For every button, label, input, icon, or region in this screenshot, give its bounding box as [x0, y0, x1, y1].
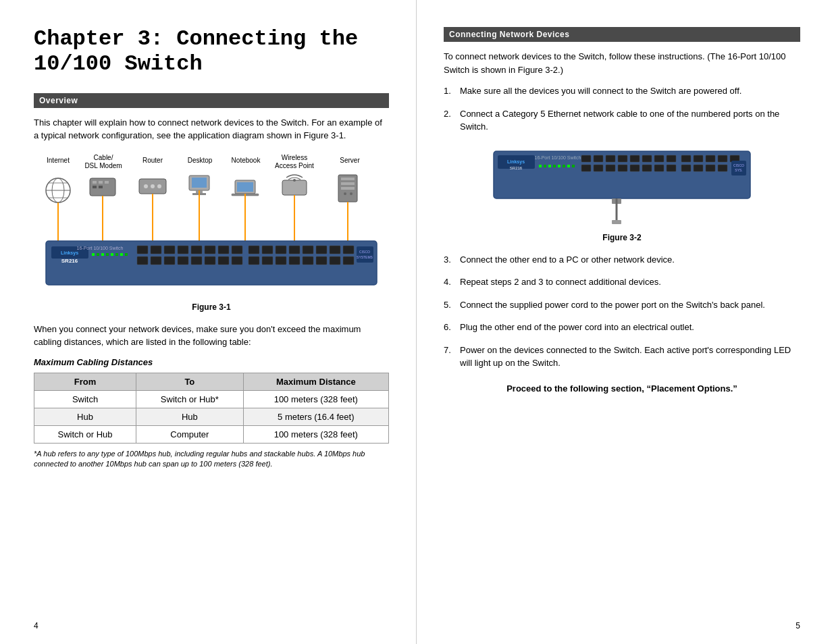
- svg-rect-61: [151, 246, 161, 254]
- svg-rect-83: [343, 246, 354, 254]
- svg-point-33: [293, 179, 296, 182]
- svg-text:Wireless: Wireless: [282, 154, 307, 161]
- svg-text:SYS.: SYS.: [735, 168, 742, 172]
- step-number: 3.: [444, 253, 460, 267]
- svg-text:Linksys: Linksys: [507, 159, 525, 165]
- svg-point-22: [144, 184, 148, 188]
- svg-text:SR216: SR216: [61, 258, 78, 264]
- svg-rect-114: [654, 155, 664, 162]
- svg-rect-36: [341, 182, 355, 185]
- svg-rect-110: [606, 155, 615, 162]
- svg-text:Access Point: Access Point: [275, 162, 314, 169]
- figure2-caption: Figure 3-2: [444, 233, 800, 242]
- svg-text:Cable/: Cable/: [94, 154, 113, 161]
- svg-rect-77: [262, 246, 273, 254]
- table-row: Switch or Hub Computer 100 meters (328 f…: [34, 425, 389, 443]
- step-text: Repeat steps 2 and 3 to connect addition…: [460, 275, 800, 289]
- body-text: When you connect your network devices, m…: [34, 323, 389, 349]
- svg-rect-85: [262, 257, 273, 265]
- svg-rect-117: [594, 165, 603, 171]
- list-item: 3. Connect the other end to a PC or othe…: [444, 253, 800, 267]
- svg-point-39: [350, 192, 353, 195]
- svg-rect-59: [125, 253, 128, 256]
- svg-text:Internet: Internet: [47, 157, 70, 164]
- intro-text: To connect network devices to the Switch…: [444, 50, 800, 76]
- svg-rect-55: [106, 253, 109, 256]
- cabling-table: From To Maximum Distance Switch Switch o…: [34, 373, 389, 444]
- page-number-right: 5: [796, 621, 800, 630]
- svg-rect-69: [151, 257, 161, 265]
- footnote: *A hub refers to any type of 100Mbps hub…: [34, 449, 389, 470]
- svg-rect-66: [218, 246, 229, 254]
- list-item: 6. Plug the other end of the power cord …: [444, 321, 800, 334]
- svg-rect-89: [316, 257, 327, 265]
- svg-text:CISCO: CISCO: [733, 163, 744, 167]
- svg-rect-92: [357, 246, 373, 263]
- svg-rect-68: [137, 257, 148, 265]
- step-text: Plug the other end of the power cord int…: [460, 321, 800, 334]
- svg-rect-63: [178, 246, 188, 254]
- svg-rect-100: [539, 165, 542, 167]
- svg-rect-90: [330, 257, 340, 265]
- svg-rect-54: [101, 253, 104, 256]
- svg-rect-79: [289, 246, 300, 254]
- overview-header: Overview: [34, 93, 389, 108]
- table-row: Switch Switch or Hub* 100 meters (328 fe…: [34, 390, 389, 408]
- svg-text:Linksys: Linksys: [61, 250, 78, 256]
- row2-from: Hub: [34, 408, 136, 425]
- svg-rect-123: [667, 165, 676, 171]
- svg-rect-18: [105, 181, 109, 184]
- page-number-left: 4: [34, 621, 38, 630]
- svg-rect-112: [630, 155, 640, 162]
- figure2-diagram: Linksys SR216 16-Port 10/100 Switch: [480, 144, 764, 225]
- col-header-to: To: [136, 373, 244, 390]
- svg-rect-35: [341, 178, 355, 180]
- svg-point-24: [157, 184, 161, 188]
- row3-dist: 100 meters (328 feet): [243, 425, 388, 443]
- svg-rect-52: [92, 253, 95, 256]
- svg-rect-106: [567, 165, 570, 167]
- svg-rect-91: [343, 257, 354, 265]
- svg-rect-72: [191, 257, 202, 265]
- svg-rect-17: [99, 181, 103, 184]
- svg-rect-126: [706, 155, 715, 162]
- svg-rect-105: [563, 165, 565, 167]
- svg-rect-130: [694, 165, 703, 171]
- svg-rect-26: [192, 178, 207, 188]
- svg-rect-102: [548, 165, 551, 167]
- list-item: 7. Power on the devices connected to the…: [444, 344, 800, 370]
- svg-rect-132: [718, 165, 727, 171]
- row2-to: Hub: [136, 408, 244, 425]
- svg-rect-104: [558, 165, 561, 167]
- svg-rect-62: [164, 246, 175, 254]
- svg-rect-138: [612, 220, 621, 224]
- svg-rect-78: [276, 246, 286, 254]
- svg-rect-103: [553, 165, 556, 167]
- svg-rect-111: [618, 155, 627, 162]
- svg-rect-57: [115, 253, 118, 256]
- step-text: Make sure all the devices you will conne…: [460, 84, 800, 98]
- svg-text:16-Port 10/100 Switch: 16-Port 10/100 Switch: [535, 155, 581, 160]
- svg-rect-116: [581, 165, 591, 171]
- svg-text:SR216: SR216: [510, 166, 523, 170]
- instructions-list: 1. Make sure all the devices you will co…: [444, 84, 800, 134]
- svg-rect-129: [681, 165, 691, 171]
- svg-rect-64: [191, 246, 202, 254]
- step-number: 1.: [444, 84, 460, 98]
- row1-to: Switch or Hub*: [136, 390, 244, 408]
- table-row: Hub Hub 5 meters (16.4 feet): [34, 408, 389, 425]
- svg-rect-58: [120, 253, 123, 256]
- col-header-distance: Maximum Distance: [243, 373, 388, 390]
- svg-rect-107: [572, 165, 575, 167]
- svg-rect-101: [544, 165, 546, 167]
- svg-text:SYSTEMS: SYSTEMS: [357, 255, 373, 259]
- proceed-text: Proceed to the following section, “Place…: [444, 383, 800, 394]
- svg-rect-109: [594, 155, 603, 162]
- row1-from: Switch: [34, 390, 136, 408]
- svg-point-23: [151, 184, 155, 188]
- connecting-header: Connecting Network Devices: [444, 27, 800, 42]
- svg-rect-65: [205, 246, 215, 254]
- svg-rect-20: [99, 186, 103, 188]
- svg-point-38: [344, 192, 346, 195]
- list-item: 2. Connect a Category 5 Ethernet network…: [444, 107, 800, 134]
